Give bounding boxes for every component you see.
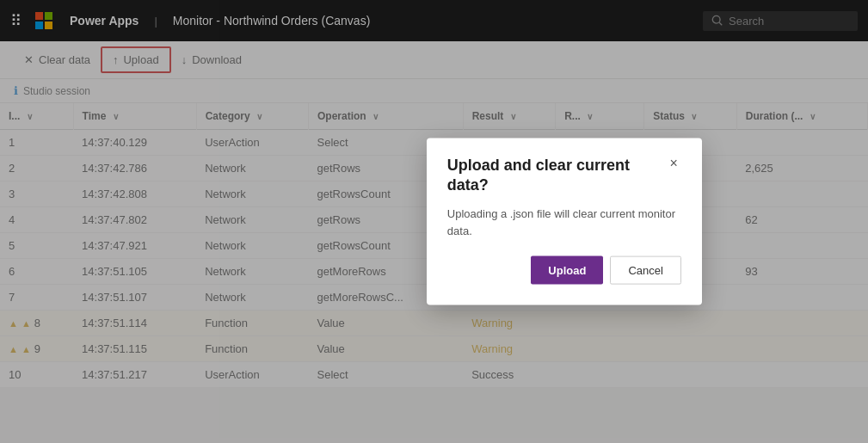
dialog-footer: Upload Cancel bbox=[447, 256, 681, 285]
dialog-upload-button[interactable]: Upload bbox=[531, 256, 603, 285]
dialog-cancel-button[interactable]: Cancel bbox=[610, 256, 680, 285]
dialog-body: Uploading a .json file will clear curren… bbox=[447, 206, 681, 239]
upload-dialog: Upload and clear current data? × Uploadi… bbox=[427, 138, 702, 305]
dialog-close-button[interactable]: × bbox=[667, 155, 681, 170]
dialog-header: Upload and clear current data? × bbox=[447, 155, 681, 195]
dialog-title: Upload and clear current data? bbox=[447, 155, 660, 195]
